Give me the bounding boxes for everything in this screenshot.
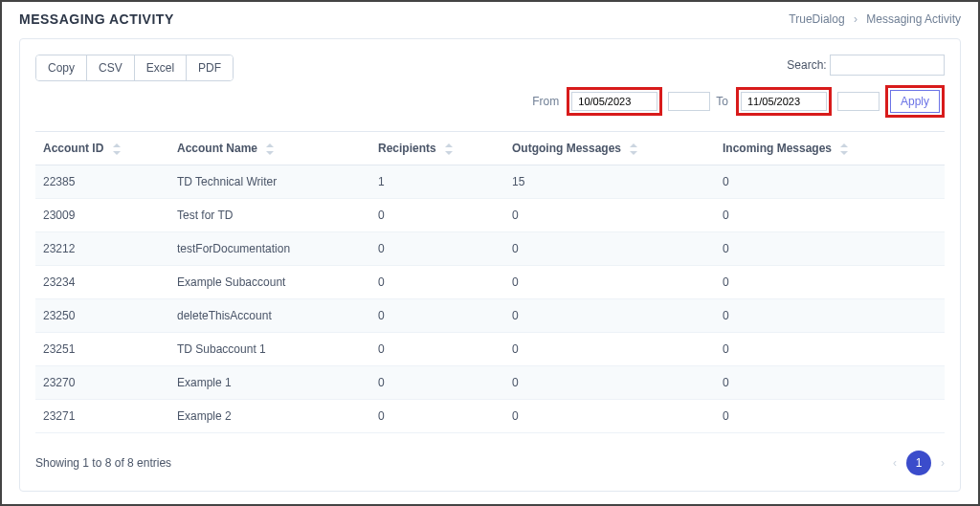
cell-recipients: 0	[370, 199, 504, 232]
col-outgoing[interactable]: Outgoing Messages	[504, 132, 715, 165]
from-date-input[interactable]	[571, 92, 657, 111]
cell-outgoing: 0	[504, 266, 715, 299]
cell-incoming: 0	[715, 165, 945, 199]
svg-marker-9	[840, 151, 848, 155]
breadcrumb-root[interactable]: TrueDialog	[789, 12, 844, 26]
cell-outgoing: 15	[504, 165, 715, 199]
cell-incoming: 0	[715, 232, 945, 266]
table-row: 23271Example 2000	[35, 400, 945, 433]
cell-incoming: 0	[715, 333, 945, 366]
cell-account_name: Example Subaccount	[169, 266, 370, 299]
svg-marker-5	[445, 151, 453, 155]
cell-account_id: 23234	[35, 266, 169, 299]
col-account-name[interactable]: Account Name	[169, 132, 370, 165]
from-date-extra[interactable]	[668, 92, 710, 111]
excel-button[interactable]: Excel	[135, 55, 187, 80]
page-1-button[interactable]: 1	[906, 451, 931, 475]
cell-outgoing: 0	[504, 333, 715, 366]
cell-account_id: 23270	[35, 366, 169, 400]
col-recipients[interactable]: Recipients	[370, 132, 504, 165]
cell-account_name: Example 2	[169, 400, 370, 433]
table-info: Showing 1 to 8 of 8 entries	[35, 456, 171, 470]
sort-icon	[113, 143, 121, 155]
svg-marker-8	[840, 143, 848, 147]
cell-outgoing: 0	[504, 199, 715, 232]
cell-outgoing: 0	[504, 299, 715, 333]
svg-marker-0	[113, 143, 121, 147]
cell-account_name: Test for TD	[169, 199, 370, 232]
table-row: 23250deleteThisAccount000	[35, 299, 945, 333]
cell-account_name: TD Subaccount 1	[169, 333, 370, 366]
cell-outgoing: 0	[504, 232, 715, 266]
table-row: 23270Example 1000	[35, 366, 945, 400]
cell-recipients: 0	[370, 299, 504, 333]
svg-marker-4	[445, 143, 453, 147]
col-incoming-label: Incoming Messages	[723, 142, 832, 155]
cell-incoming: 0	[715, 299, 945, 333]
col-account-id[interactable]: Account ID	[35, 132, 169, 165]
col-account-id-label: Account ID	[43, 142, 103, 155]
breadcrumb-current: Messaging Activity	[866, 12, 961, 26]
content-card: Copy CSV Excel PDF Search: From To	[19, 38, 961, 492]
table-row: 23251TD Subaccount 1000	[35, 333, 945, 366]
col-account-name-label: Account Name	[177, 142, 257, 155]
cell-recipients: 0	[370, 232, 504, 266]
cell-outgoing: 0	[504, 366, 715, 400]
export-button-group: Copy CSV Excel PDF	[35, 55, 234, 81]
sort-icon	[445, 143, 453, 155]
csv-button[interactable]: CSV	[87, 55, 135, 80]
from-label: From	[532, 95, 559, 108]
table-row: 23234Example Subaccount000	[35, 266, 945, 299]
prev-page-button[interactable]: ‹	[893, 456, 897, 470]
col-recipients-label: Recipients	[378, 142, 436, 155]
svg-marker-3	[266, 151, 274, 155]
svg-marker-2	[266, 143, 274, 147]
to-date-extra[interactable]	[837, 92, 880, 111]
cell-account_id: 22385	[35, 165, 169, 199]
cell-account_id: 23009	[35, 199, 169, 232]
cell-account_name: testForDocumentation	[169, 232, 370, 266]
cell-recipients: 1	[370, 165, 504, 199]
cell-account_id: 23271	[35, 400, 169, 433]
to-date-input[interactable]	[741, 92, 827, 111]
cell-recipients: 0	[370, 333, 504, 366]
cell-incoming: 0	[715, 366, 945, 400]
cell-recipients: 0	[370, 366, 504, 400]
cell-account_id: 23251	[35, 333, 169, 366]
cell-incoming: 0	[715, 199, 945, 232]
sort-icon	[840, 143, 848, 155]
to-label: To	[716, 95, 728, 108]
cell-incoming: 0	[715, 266, 945, 299]
col-incoming[interactable]: Incoming Messages	[715, 132, 945, 165]
chevron-right-icon: ›	[854, 12, 858, 26]
apply-button[interactable]: Apply	[890, 90, 940, 113]
col-outgoing-label: Outgoing Messages	[512, 142, 621, 155]
svg-marker-7	[630, 151, 637, 155]
search-input[interactable]	[830, 55, 945, 76]
next-page-button[interactable]: ›	[941, 456, 945, 470]
cell-recipients: 0	[370, 266, 504, 299]
cell-outgoing: 0	[504, 400, 715, 433]
page-title: MESSAGING ACTIVITY	[19, 11, 174, 27]
search-label: Search:	[787, 58, 826, 72]
svg-marker-6	[630, 143, 637, 147]
cell-incoming: 0	[715, 400, 945, 433]
activity-table: Account ID Account Name Recipients Outgo…	[35, 131, 945, 433]
cell-account_name: deleteThisAccount	[169, 299, 370, 333]
copy-button[interactable]: Copy	[36, 55, 87, 80]
breadcrumb: TrueDialog › Messaging Activity	[789, 12, 961, 26]
cell-account_name: TD Technical Writer	[169, 165, 370, 199]
cell-account_id: 23212	[35, 232, 169, 266]
svg-marker-1	[113, 151, 121, 155]
pagination: ‹ 1 ›	[893, 451, 945, 475]
sort-icon	[630, 143, 637, 155]
table-row: 22385TD Technical Writer1150	[35, 165, 945, 199]
table-row: 23009Test for TD000	[35, 199, 945, 232]
pdf-button[interactable]: PDF	[187, 55, 233, 80]
cell-account_id: 23250	[35, 299, 169, 333]
cell-account_name: Example 1	[169, 366, 370, 400]
table-row: 23212testForDocumentation000	[35, 232, 945, 266]
sort-icon	[266, 143, 274, 155]
cell-recipients: 0	[370, 400, 504, 433]
